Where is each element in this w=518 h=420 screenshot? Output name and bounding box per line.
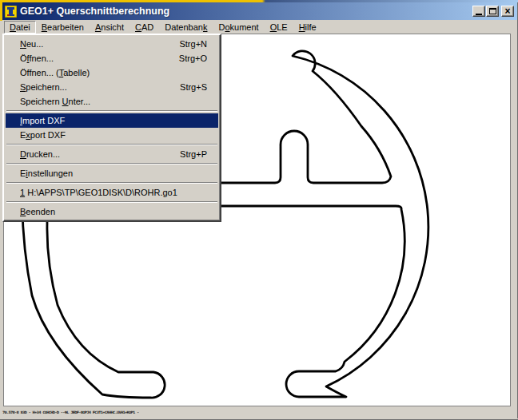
maximize-icon: [489, 8, 496, 14]
menubar-item-datenbank[interactable]: Datenbank: [159, 21, 213, 34]
menubar-item-datei[interactable]: Datei: [4, 21, 36, 34]
menu-separator: [6, 163, 217, 164]
menubar-item-cad[interactable]: CAD: [130, 21, 159, 34]
menubar-item-dokument[interactable]: Dokument: [213, 21, 264, 34]
menubar: Datei Bearbeiten Ansicht CAD Datenbank D…: [2, 20, 516, 34]
menubar-item-ole[interactable]: OLE: [265, 21, 293, 34]
app-window: { "window": { "title": "GEO1+ Querschnit…: [0, 0, 518, 420]
window-controls: ×: [472, 6, 514, 17]
maximize-button[interactable]: [486, 6, 499, 17]
menu-item-speichern[interactable]: Speichern... Strg+S: [6, 80, 218, 94]
menubar-item-hilfe[interactable]: Hilfe: [293, 21, 322, 34]
menu-item-neu[interactable]: Neu... Strg+N: [6, 37, 218, 51]
window-title: GEO1+ Querschnittberechnung: [20, 6, 169, 17]
menu-separator: [6, 110, 217, 112]
menu-item-oeffnen-tabelle[interactable]: Öffnen... (Tabelle): [6, 65, 218, 80]
menubar-item-bearbeiten[interactable]: Bearbeiten: [36, 21, 90, 34]
close-button[interactable]: ×: [501, 6, 514, 17]
menu-item-beenden[interactable]: Beenden: [6, 204, 218, 219]
menu-separator: [6, 182, 217, 184]
file-menu: Neu... Strg+N Öffnen... Strg+O Öffnen...…: [2, 34, 221, 222]
menu-item-drucken[interactable]: Drucken... Strg+P: [6, 147, 218, 161]
menu-item-recent-file-1[interactable]: 1 H:\APPS\TP\GEO1DISK\D\ROHR.go1: [6, 185, 218, 200]
menubar-item-ansicht[interactable]: Ansicht: [90, 21, 130, 34]
minimize-icon: [476, 14, 482, 15]
minimize-button[interactable]: [472, 6, 485, 17]
titlebar[interactable]: GEO1+ Querschnittberechnung ×: [2, 2, 517, 20]
menu-item-oeffnen[interactable]: Öffnen... Strg+O: [6, 51, 218, 65]
menu-item-export-dxf[interactable]: Export DXF: [6, 128, 218, 142]
menu-separator: [6, 201, 217, 203]
menu-item-import-dxf[interactable]: Import DXF: [6, 113, 218, 128]
close-icon: ×: [504, 7, 510, 15]
status-text: 70.578-8 83D - H+34 COHCHD-D --9L JEDF-8…: [2, 410, 138, 414]
menu-item-einstellungen[interactable]: Einstellungen: [6, 166, 218, 180]
menu-item-speichern-unter[interactable]: Speichern Unter...: [6, 94, 218, 109]
statusbar: 70.578-8 83D - H+34 COHCHD-D --9L JEDF-8…: [2, 407, 516, 418]
app-icon[interactable]: [5, 6, 17, 18]
menu-separator: [6, 144, 217, 145]
